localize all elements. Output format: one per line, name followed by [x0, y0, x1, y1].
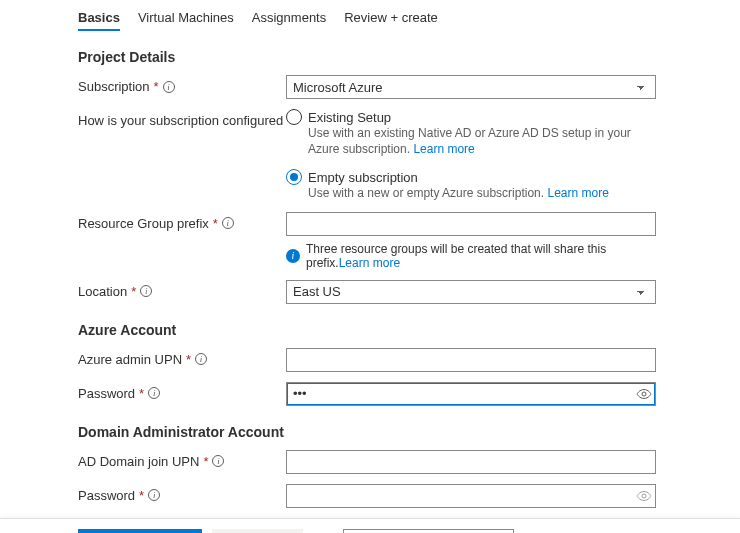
- label-rg-prefix: Resource Group prefix: [78, 216, 209, 231]
- required-marker: *: [154, 79, 159, 94]
- tab-bar: Basics Virtual Machines Assignments Revi…: [78, 0, 740, 31]
- label-location: Location: [78, 284, 127, 299]
- label-password: Password: [78, 386, 135, 401]
- required-marker: *: [213, 216, 218, 231]
- label-password2: Password: [78, 488, 135, 503]
- learn-more-link[interactable]: Learn more: [547, 186, 608, 200]
- section-domain-admin: Domain Administrator Account: [78, 424, 740, 440]
- info-icon[interactable]: i: [140, 285, 152, 297]
- label-admin-upn: Azure admin UPN: [78, 352, 182, 367]
- radio-icon: [286, 109, 302, 125]
- info-icon[interactable]: i: [148, 489, 160, 501]
- radio-empty-title: Empty subscription: [308, 170, 418, 185]
- info-circle-icon: i: [286, 249, 300, 263]
- radio-existing-setup[interactable]: Existing Setup Use with an existing Nati…: [286, 109, 656, 157]
- previous-button: < Previous: [212, 529, 304, 533]
- required-marker: *: [186, 352, 191, 367]
- info-icon[interactable]: i: [195, 353, 207, 365]
- radio-empty-desc: Use with a new or empty Azure subscripti…: [308, 186, 544, 200]
- admin-upn-input[interactable]: [286, 348, 656, 372]
- required-marker: *: [139, 386, 144, 401]
- info-icon[interactable]: i: [163, 81, 175, 93]
- tab-assignments[interactable]: Assignments: [252, 6, 326, 31]
- radio-icon: [286, 169, 302, 185]
- section-project-details: Project Details: [78, 49, 740, 65]
- radio-empty-subscription[interactable]: Empty subscription Use with a new or emp…: [286, 169, 656, 201]
- next-button[interactable]: Next: Virtual Machines >: [343, 529, 514, 533]
- tab-virtual-machines[interactable]: Virtual Machines: [138, 6, 234, 31]
- review-create-button[interactable]: Review + create: [78, 529, 202, 533]
- info-icon[interactable]: i: [212, 455, 224, 467]
- label-subscription: Subscription: [78, 79, 150, 94]
- required-marker: *: [139, 488, 144, 503]
- ad-join-upn-input[interactable]: [286, 450, 656, 474]
- info-icon[interactable]: i: [222, 217, 234, 229]
- tab-review-create[interactable]: Review + create: [344, 6, 438, 31]
- section-azure-account: Azure Account: [78, 322, 740, 338]
- radio-existing-title: Existing Setup: [308, 110, 391, 125]
- learn-more-link[interactable]: Learn more: [413, 142, 474, 156]
- subscription-select[interactable]: Microsoft Azure: [286, 75, 656, 99]
- rg-prefix-input[interactable]: [286, 212, 656, 236]
- required-marker: *: [131, 284, 136, 299]
- label-how-configured: How is your subscription configured: [78, 113, 283, 128]
- tab-basics[interactable]: Basics: [78, 6, 120, 31]
- location-select[interactable]: East US: [286, 280, 656, 304]
- password-input[interactable]: [286, 382, 656, 406]
- domain-password-input[interactable]: [286, 484, 656, 508]
- label-ad-join-upn: AD Domain join UPN: [78, 454, 199, 469]
- footer-bar: Review + create < Previous Next: Virtual…: [0, 518, 740, 533]
- learn-more-link[interactable]: Learn more: [339, 256, 400, 270]
- required-marker: *: [203, 454, 208, 469]
- info-icon[interactable]: i: [148, 387, 160, 399]
